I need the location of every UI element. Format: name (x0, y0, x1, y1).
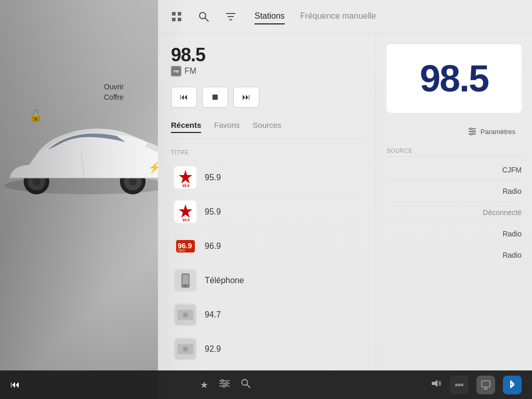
svg-point-44 (470, 128, 472, 130)
main-panel: Stations Fréquence manuelle 98.5 FM FM (158, 0, 532, 399)
fm-label: FM FM (171, 66, 363, 76)
source-row-1[interactable]: CJFM (387, 159, 522, 181)
station-row[interactable]: 96.9 CMAX 96.9 (171, 229, 363, 263)
frequency-display: 98.5 FM FM (171, 44, 363, 76)
band-label: FM (184, 66, 196, 76)
svg-line-13 (205, 18, 208, 21)
source-row-2[interactable]: Radio (387, 181, 522, 202)
svg-line-54 (247, 384, 250, 388)
station-row[interactable]: 92.9 (171, 332, 363, 366)
sub-tabs: Récents Favoris Sources (171, 121, 363, 139)
station-freq-5: 94.7 (205, 310, 221, 320)
source-row-3[interactable]: Déconnecté (387, 202, 522, 223)
tab-stations[interactable]: Stations (255, 9, 285, 24)
prev-track-icon[interactable]: ⏮ (10, 379, 20, 390)
svg-rect-9 (178, 12, 181, 16)
station-freq-1: 95.9 (205, 173, 221, 182)
svg-text:FM: FM (174, 70, 179, 73)
svg-rect-59 (482, 381, 490, 387)
car-background: 🔓 ⚡ Ouvrir Coffre (0, 0, 177, 399)
filter-icon[interactable] (222, 8, 239, 25)
app-icon-1[interactable] (450, 376, 469, 394)
search-icon[interactable] (195, 8, 212, 25)
svg-rect-31 (182, 275, 189, 284)
stop-button[interactable]: ⏹ (202, 87, 228, 108)
station-freq-6: 92.9 (205, 344, 221, 354)
station-list: 95.9 95.9 95.9 95.9 (171, 161, 363, 366)
svg-point-51 (225, 382, 228, 385)
source-name-2: Radio (502, 187, 522, 195)
bottom-left-controls: ⏮ (10, 379, 20, 390)
station-logo-rock: 96.9 CMAX (174, 234, 197, 258)
lock-icon[interactable]: 🔓 (29, 109, 43, 123)
search-bottom-icon[interactable] (241, 378, 251, 391)
svg-point-56 (455, 383, 458, 386)
station-freq-3: 96.9 (205, 242, 221, 251)
big-frequency-display: 98.5 (387, 44, 522, 113)
prev-button[interactable]: ⏮ (171, 87, 197, 108)
tab-sources[interactable]: Sources (253, 121, 282, 133)
frequency-number: 98.5 (171, 44, 363, 66)
svg-point-52 (222, 385, 225, 388)
svg-point-57 (458, 383, 460, 386)
next-button[interactable]: ⏭ (233, 87, 259, 108)
source-name-5: Radio (502, 251, 522, 259)
top-navigation: Stations Fréquence manuelle (158, 0, 532, 34)
station-logo-generic2 (174, 337, 197, 361)
parametres-label: Paramètres (481, 128, 515, 136)
source-table: SOURCE CJFM Radio Déconnecté Radio Radio (387, 145, 522, 389)
tab-frequence-manuelle[interactable]: Fréquence manuelle (300, 9, 376, 24)
station-row[interactable]: 95.9 95.9 (171, 195, 363, 229)
svg-point-50 (221, 380, 223, 382)
fm-icon: FM (171, 66, 181, 76)
radio-panel: 98.5 FM FM ⏮ ⏹ ⏭ Ré (158, 34, 376, 399)
station-logo-phone (174, 269, 197, 292)
source-name-4: Radio (502, 230, 522, 238)
volume-icon[interactable] (431, 379, 442, 391)
bottom-taskbar: ⏮ ★ (0, 370, 532, 399)
station-freq-2: 95.9 (205, 207, 221, 217)
big-frequency-text: 98.5 (420, 57, 488, 100)
station-row[interactable]: 95.9 95.9 (171, 161, 363, 195)
svg-marker-55 (432, 380, 437, 387)
station-row[interactable]: Téléphone (171, 263, 363, 298)
music-icon[interactable] (168, 8, 185, 25)
svg-point-45 (473, 130, 475, 132)
svg-rect-11 (178, 18, 181, 21)
station-logo-virgin2: 95.9 (174, 200, 197, 223)
svg-point-46 (470, 133, 472, 135)
station-row[interactable]: 94.7 (171, 298, 363, 332)
app-icon-2[interactable] (476, 376, 495, 394)
svg-point-40 (184, 348, 187, 351)
svg-rect-10 (172, 18, 176, 21)
source-row-4[interactable]: Radio (387, 223, 522, 245)
ouvrir-coffre-label[interactable]: Ouvrir Coffre (104, 82, 124, 102)
svg-text:CMAX: CMAX (178, 249, 185, 252)
source-name-1: CJFM (502, 166, 522, 174)
station-logo-generic1 (174, 303, 197, 326)
svg-text:95.9: 95.9 (182, 218, 190, 222)
playback-controls: ⏮ ⏹ ⏭ (171, 87, 363, 108)
svg-point-3 (33, 178, 41, 185)
bluetooth-icon[interactable] (503, 376, 522, 394)
right-panel: 98.5 Paramètres SOURCE CJFM (376, 34, 532, 399)
bottom-right-icons (431, 376, 522, 394)
parametres-button[interactable]: Paramètres (462, 123, 522, 140)
station-logo-virgin1: 95.9 (174, 166, 197, 189)
table-header-titre: TITRE (171, 147, 363, 158)
svg-rect-8 (172, 12, 176, 16)
bottom-center-icons: ★ (200, 378, 251, 391)
tab-recents[interactable]: Récents (171, 121, 201, 133)
svg-point-36 (184, 313, 187, 316)
source-header: SOURCE (387, 145, 522, 157)
nav-tabs: Stations Fréquence manuelle (255, 9, 376, 24)
source-row-5[interactable]: Radio (387, 245, 522, 266)
svg-point-12 (200, 12, 206, 19)
content-area: 98.5 FM FM ⏮ ⏹ ⏭ Ré (158, 34, 532, 399)
equalizer-icon[interactable] (219, 379, 230, 391)
tab-favoris[interactable]: Favoris (214, 121, 240, 133)
station-freq-4: Téléphone (205, 276, 244, 285)
svg-text:95.9: 95.9 (182, 184, 190, 188)
svg-point-58 (461, 383, 463, 386)
favorites-icon[interactable]: ★ (200, 379, 208, 391)
